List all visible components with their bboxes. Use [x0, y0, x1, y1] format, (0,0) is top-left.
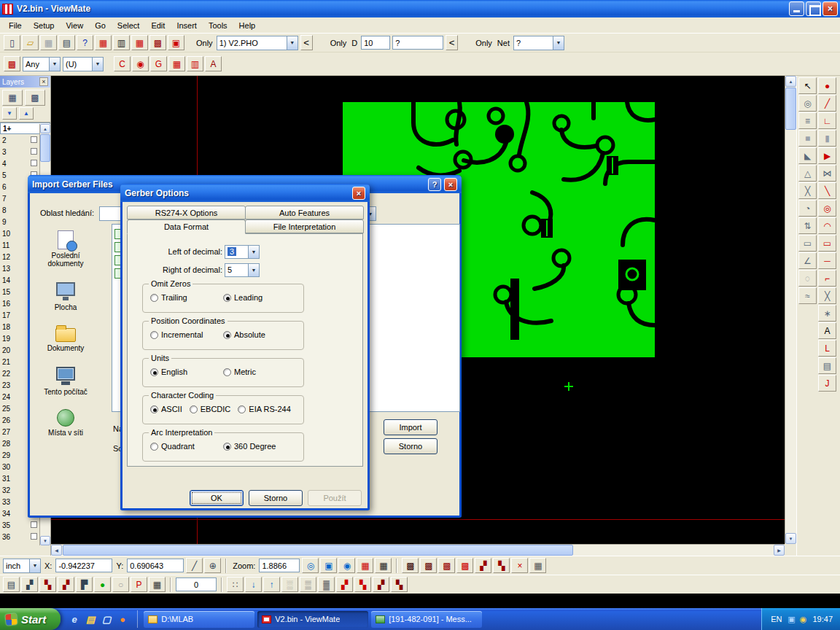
scroll-right-icon[interactable]: ▶ — [774, 545, 785, 556]
grid-toggle-button[interactable]: ▦ — [529, 558, 546, 573]
tab-auto-features[interactable]: Auto Features — [245, 206, 364, 219]
flash-pads-button[interactable]: ◉ — [132, 56, 149, 71]
radio-ascii[interactable]: ASCII — [150, 405, 182, 413]
start-button[interactable]: Start — [0, 608, 61, 630]
pattern1-button[interactable]: ▞ — [336, 577, 353, 592]
aperture-select-button[interactable]: ▩ — [4, 56, 20, 71]
taskbar-task-d-mlab[interactable]: D:\MLAB — [144, 611, 254, 628]
layers-scroll-thumb[interactable] — [40, 134, 50, 162]
pattern4-button[interactable]: ▚ — [391, 577, 408, 592]
context-help-button[interactable]: ? — [77, 35, 93, 50]
folder-quick-button[interactable]: ▤ — [84, 612, 97, 626]
draw-point-button[interactable]: ● — [818, 77, 836, 94]
radio-english[interactable]: English — [150, 368, 216, 376]
layer-up-button[interactable]: ▲ — [19, 107, 34, 120]
chevron-down-icon[interactable]: ▼ — [49, 58, 60, 71]
zoom-field[interactable]: 1.8866 — [259, 559, 300, 572]
view-mix1-button[interactable]: ▞ — [475, 558, 491, 573]
radio-eia-rs-244[interactable]: EIA RS-244 — [238, 405, 290, 413]
prev-dcode-button[interactable]: < — [446, 35, 458, 50]
measure-box-button[interactable]: ▭ — [798, 235, 817, 252]
filled-bar-button[interactable]: ▮ — [818, 130, 836, 147]
filter3-button[interactable]: ▚ — [39, 577, 56, 592]
align-triangle-button[interactable]: △ — [798, 165, 817, 182]
taskbar-task-191-482-091-mess[interactable]: [191-482-091] - Mess... — [371, 611, 482, 628]
menu-tools[interactable]: Tools — [203, 19, 233, 32]
print-button[interactable]: ▤ — [58, 35, 75, 50]
menu-file[interactable]: File — [3, 19, 28, 32]
scroll-down-icon[interactable]: ▼ — [785, 533, 796, 544]
stackup-button[interactable]: ≡ — [798, 112, 817, 129]
net-table-button[interactable]: ▩ — [149, 35, 166, 50]
pad-rows-button[interactable]: ▥ — [187, 56, 203, 71]
layers-panel-caption[interactable]: Layers × — [0, 76, 50, 88]
snap-grid-button[interactable]: ▦ — [149, 577, 166, 592]
pan-view-button[interactable]: ◎ — [798, 95, 817, 112]
grid-dark-button[interactable]: ▦ — [375, 558, 392, 573]
unit-combo[interactable]: inch ▼ — [3, 559, 41, 573]
mirror-corner-button[interactable]: ◣ — [798, 147, 817, 164]
place-tento-po-ta[interactable]: Tento počítač — [34, 362, 98, 396]
show-desktop-button[interactable]: ▢ — [100, 612, 113, 626]
filter4-button[interactable]: ▞ — [58, 577, 74, 592]
save-file-button[interactable]: ▦ — [40, 35, 57, 50]
dialog-close-button[interactable]: × — [444, 178, 457, 191]
right-of-decimal-combo[interactable]: 5 ▼ — [225, 263, 260, 277]
title-bar[interactable]: V2.bin - ViewMate × — [0, 0, 840, 18]
taskbar-task-v2-bin-viewmate[interactable]: V2.bin - ViewMate — [257, 611, 368, 628]
layer-settings-button[interactable]: ▩ — [25, 90, 45, 106]
zoom-fit-button[interactable]: ◉ — [338, 558, 355, 573]
pan-up-button[interactable]: ↑ — [263, 577, 280, 592]
radio-360-degree[interactable]: 360 Degree — [223, 442, 276, 451]
scroll-up-icon[interactable]: ▲ — [785, 76, 796, 87]
vertical-scroll-thumb[interactable] — [785, 88, 796, 130]
close-layers-icon[interactable]: × — [39, 77, 48, 86]
zoom-point-button[interactable]: ◎ — [302, 558, 319, 573]
hook-tool-button[interactable]: J — [818, 375, 836, 392]
radio-trailing[interactable]: Trailing — [150, 293, 216, 302]
layer-list-button[interactable]: ▦ — [2, 90, 23, 106]
aperture-table-button[interactable]: ▥ — [113, 35, 130, 50]
layer-down-button[interactable]: ▼ — [2, 107, 17, 120]
layer-visibility-checkbox[interactable] — [31, 533, 37, 540]
gcode-tool-button[interactable]: G — [150, 56, 167, 71]
internet-explorer-button[interactable]: e — [68, 612, 81, 626]
import-button[interactable]: Import — [384, 419, 438, 435]
radio-absolute[interactable]: Absolute — [223, 330, 265, 339]
menu-setup[interactable]: Setup — [28, 19, 61, 32]
radio-leading[interactable]: Leading — [223, 293, 262, 302]
network-tray-button[interactable]: ▣ — [786, 614, 796, 624]
draw-corner-button[interactable]: ⌐ — [818, 270, 836, 287]
cross-probe-button[interactable]: ╳ — [798, 182, 817, 199]
layer-visibility-checkbox[interactable] — [31, 160, 37, 166]
angle-button[interactable]: ∠ — [798, 252, 817, 269]
origin-button[interactable]: ⊕ — [204, 558, 221, 573]
radio-metric[interactable]: Metric — [223, 368, 256, 376]
menu-insert[interactable]: Insert — [171, 19, 203, 32]
browser-button[interactable]: ● — [116, 612, 129, 626]
horizontal-scrollbar[interactable]: ◀ ▶ — [51, 544, 785, 556]
left-of-decimal-combo[interactable]: 3 ▼ — [225, 245, 260, 259]
grid-red-button[interactable]: ▦ — [357, 558, 373, 573]
open-file-button[interactable]: ▱ — [22, 35, 39, 50]
highlight-circle-button[interactable]: ◌ — [798, 270, 817, 287]
view-pads4-button[interactable]: ▩ — [456, 558, 473, 573]
draw-arrow-button[interactable]: ▶ — [818, 147, 836, 164]
text-letter-button[interactable]: A — [818, 322, 836, 339]
close-button[interactable]: × — [822, 1, 838, 16]
scroll-down-icon[interactable]: ▼ — [40, 536, 50, 545]
star-tool-button[interactable]: ∗ — [818, 305, 836, 322]
draw-line-button[interactable]: ╱ — [818, 95, 836, 112]
menu-help[interactable]: Help — [233, 19, 262, 32]
pattern2-button[interactable]: ▚ — [354, 577, 371, 592]
delete-button[interactable]: ╳ — [818, 287, 836, 304]
filter1-button[interactable]: ▤ — [3, 577, 20, 592]
scroll-left-icon[interactable]: ◀ — [51, 545, 62, 556]
dot-grid-button[interactable]: ∷ — [227, 577, 244, 592]
menu-select[interactable]: Select — [112, 19, 146, 32]
clock[interactable]: 19:47 — [812, 615, 833, 623]
text-tool-button[interactable]: A — [205, 56, 222, 71]
radio-quadrant[interactable]: Quadrant — [150, 442, 216, 451]
language-indicator[interactable]: EN — [771, 615, 782, 623]
circle-tool-button[interactable]: C — [114, 56, 131, 71]
